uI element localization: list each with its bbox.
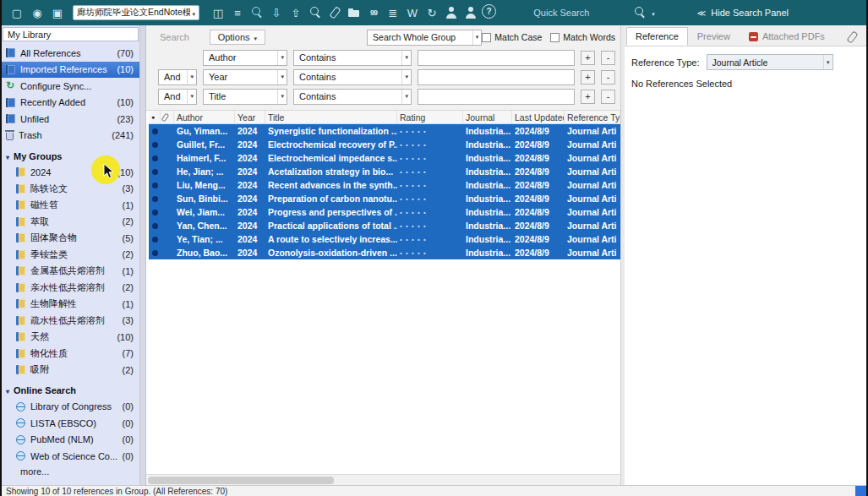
add-search-row-button[interactable]: +	[581, 51, 595, 65]
chevron-down-icon[interactable]	[652, 8, 655, 18]
share-library-icon[interactable]	[443, 4, 460, 21]
reference-row[interactable]: Gu, Yiman... 2024 Synergistic functional…	[149, 124, 620, 138]
group-item[interactable]: 金属基低共熔溶剂 (1)	[2, 263, 139, 280]
operator-select[interactable]: Contains	[293, 50, 412, 66]
group-item[interactable]: 萃取 (2)	[2, 214, 139, 231]
new-reference-icon[interactable]: ≡	[229, 4, 246, 21]
online-search-item[interactable]: LISTA (EBSCO) (0)	[2, 415, 139, 432]
reference-type-column-header[interactable]: Reference Ty	[565, 111, 620, 123]
copy-icon[interactable]: ◫	[210, 4, 227, 21]
reference-row[interactable]: Ye, Tian; ... 2024 A route to selectivel…	[149, 232, 620, 246]
reference-row[interactable]: He, Jian; ... 2024 Acetalization strateg…	[149, 165, 620, 178]
export-icon[interactable]: ⇧	[287, 4, 304, 21]
operator-select[interactable]: Contains	[293, 89, 412, 105]
remove-search-row-button[interactable]: -	[601, 51, 615, 65]
reference-row[interactable]: Wei, Jiam... 2024 Progress and perspecti…	[149, 205, 620, 219]
library-selector[interactable]: My Library	[3, 27, 139, 41]
insert-citation-icon[interactable]: 99	[365, 4, 382, 21]
local-library-mode-icon[interactable]: ▢	[8, 4, 25, 21]
conjunction-select[interactable]: And	[158, 69, 197, 85]
year-column-header[interactable]: Year	[235, 111, 265, 123]
group-item[interactable]: 吸附 (2)	[2, 362, 139, 379]
my-groups-header[interactable]: My Groups	[2, 148, 139, 164]
search-scope-select[interactable]: Search Whole Group	[367, 30, 482, 46]
sidebar-item[interactable]: Configure Sync...	[2, 78, 139, 95]
reference-row[interactable]: Liu, Meng... 2024 Recent advances in the…	[149, 178, 620, 192]
remove-search-row-button[interactable]: -	[601, 90, 615, 104]
group-item[interactable]: 磁性笤 (1)	[2, 197, 139, 214]
title-cell: Preparation of carbon nanotu...	[265, 193, 397, 204]
hide-search-panel-button[interactable]: ≪ Hide Search Panel	[697, 8, 789, 18]
open-file-icon[interactable]	[346, 4, 363, 21]
group-item[interactable]: 固体聚合物 (5)	[2, 230, 139, 247]
search-term-input[interactable]	[418, 69, 575, 85]
resize-grip[interactable]	[855, 485, 866, 496]
online-search-item[interactable]: Web of Science Co... (0)	[2, 448, 139, 465]
sidebar-item[interactable]: Recently Added (10)	[2, 95, 139, 112]
match-case-checkbox[interactable]: Match Case	[482, 32, 542, 42]
output-style-selector[interactable]: 廊坊师院毕业论文EndNote模板	[73, 5, 199, 20]
sync-icon[interactable]: ↻	[423, 4, 440, 21]
read-status-column-header[interactable]: ●	[149, 111, 161, 123]
sidebar-item[interactable]: Trash (241)	[2, 128, 139, 144]
help-icon[interactable]: ?	[482, 4, 496, 19]
sidebar-splitter[interactable]	[139, 25, 146, 485]
group-item[interactable]: 生物降解性 (1)	[2, 296, 139, 313]
quick-search-input[interactable]	[533, 8, 628, 18]
reference-row[interactable]: Guillet, Fr... 2024 Electrochemical reco…	[149, 138, 620, 151]
detail-tab[interactable]: Attached PDFs	[740, 27, 834, 46]
reference-row[interactable]: Yan, Chen... 2024 Practical applications…	[149, 219, 620, 232]
sidebar-item[interactable]: Unfiled (23)	[2, 111, 139, 128]
import-icon[interactable]: ⇩	[268, 4, 285, 21]
detail-tab[interactable]: Reference	[626, 27, 688, 46]
scrollbar-thumb[interactable]	[148, 477, 334, 484]
online-search-header[interactable]: Online Search	[2, 383, 139, 399]
title-column-header[interactable]: Title	[265, 111, 397, 123]
integrated-mode-icon[interactable]: ▣	[49, 4, 66, 21]
author-column-header[interactable]: Author	[174, 111, 235, 123]
online-search-item[interactable]: Library of Congress (0)	[2, 399, 139, 416]
reference-row[interactable]: Haimerl, F... 2024 Electrochemical imped…	[149, 151, 620, 165]
horizontal-scrollbar[interactable]	[146, 474, 620, 485]
remove-search-row-button[interactable]: -	[601, 70, 615, 84]
journal-column-header[interactable]: Journal	[463, 111, 512, 123]
operator-select[interactable]: Contains	[293, 69, 412, 85]
group-item[interactable]: 季铵盐类 (2)	[2, 247, 139, 264]
paperclip-icon[interactable]	[848, 30, 856, 42]
add-search-row-button[interactable]: +	[581, 90, 595, 104]
reference-type-select[interactable]: Journal Article	[707, 54, 833, 70]
unread-dot-icon	[152, 169, 158, 175]
sidebar-item[interactable]: All References (70)	[2, 45, 139, 62]
group-item[interactable]: 天然 (10)	[2, 329, 139, 346]
group-item[interactable]: 陈轶论文 (3)	[2, 181, 139, 198]
conjunction-select[interactable]: And	[158, 89, 197, 105]
more-link[interactable]: more...	[2, 465, 139, 481]
find-full-text-icon[interactable]	[307, 4, 324, 21]
detail-tab[interactable]: Preview	[688, 27, 740, 46]
online-search-mode-icon[interactable]: ◉	[29, 4, 46, 21]
field-select[interactable]: Author	[203, 50, 287, 66]
last-updated-column-header[interactable]: Last Updated	[512, 111, 565, 123]
add-search-row-button[interactable]: +	[581, 70, 595, 84]
search-term-input[interactable]	[418, 50, 575, 66]
group-item[interactable]: 疏水性低共熔溶剂 (3)	[2, 313, 139, 330]
match-words-checkbox[interactable]: Match Words	[550, 32, 615, 42]
attach-file-icon[interactable]	[326, 4, 343, 21]
reference-row[interactable]: Sun, Binbi... 2024 Preparation of carbon…	[149, 192, 620, 205]
field-select[interactable]: Title	[203, 89, 287, 105]
options-button[interactable]: Options	[210, 30, 265, 45]
format-bibliography-icon[interactable]: ≣	[385, 4, 401, 21]
sidebar-item[interactable]: Imported References (10)	[2, 62, 139, 79]
reference-row[interactable]: Zhuo, Bao... 2024 Ozonolysis-oxidation-d…	[149, 246, 620, 259]
search-term-input[interactable]	[418, 89, 575, 105]
online-search-item[interactable]: PubMed (NLM) (0)	[2, 432, 139, 449]
search-icon[interactable]	[631, 4, 648, 21]
rating-column-header[interactable]: Rating	[397, 111, 463, 123]
field-select[interactable]: Year	[203, 69, 287, 85]
contacts-icon[interactable]	[462, 4, 479, 21]
group-item[interactable]: 物化性质 (7)	[2, 346, 139, 362]
group-item[interactable]: 亲水性低共熔溶剂 (2)	[2, 280, 139, 297]
attachment-column-header[interactable]	[161, 111, 174, 123]
go-to-word-icon[interactable]: W	[404, 4, 421, 21]
online-search-icon[interactable]	[248, 4, 265, 21]
